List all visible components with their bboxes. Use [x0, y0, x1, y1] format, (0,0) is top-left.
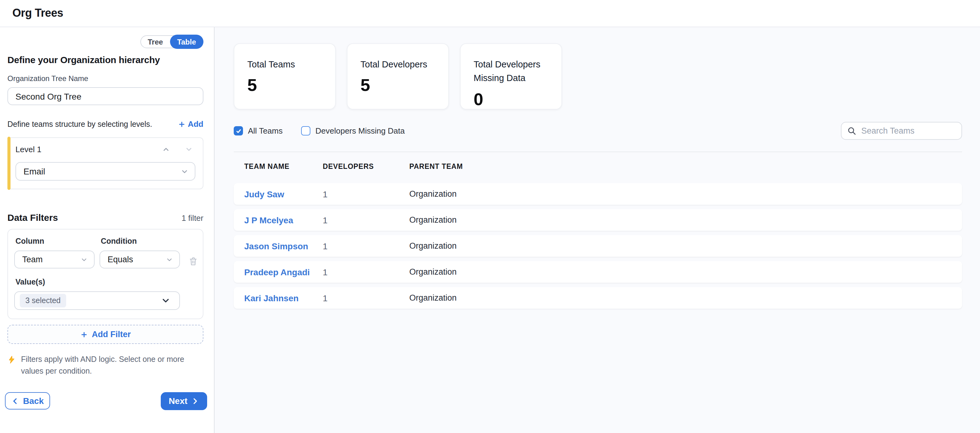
next-label: Next: [169, 396, 188, 406]
wizard-nav-row: Back Next: [5, 392, 207, 410]
stat-card-total-teams: Total Teams 5: [234, 43, 336, 110]
trash-icon: [189, 256, 198, 266]
parent-team: Organization: [409, 241, 951, 250]
developers-count: 1: [323, 293, 409, 303]
developers-count: 1: [323, 189, 409, 199]
filter-condition-value: Equals: [108, 255, 133, 264]
body-wrap: Tree Table Define your Organization hier…: [0, 27, 980, 433]
delete-filter-button[interactable]: [189, 252, 198, 270]
developers-count: 1: [323, 241, 409, 251]
filter-condition-group: Condition Equals: [100, 234, 180, 269]
stat-value: 5: [361, 76, 436, 96]
team-name-link[interactable]: Jason Simpson: [244, 241, 323, 251]
chevron-down-icon: [161, 296, 171, 306]
column-header-team-name: TEAM NAME: [244, 163, 323, 170]
filter-column-label: Column: [16, 237, 95, 245]
all-teams-checkbox-item[interactable]: All Teams: [234, 126, 283, 135]
view-toggle-row: Tree Table: [8, 35, 204, 48]
stat-value: 5: [247, 76, 323, 96]
chevron-left-icon: [11, 397, 19, 405]
checkbox-unchecked-icon[interactable]: [301, 126, 310, 135]
filter-values-select[interactable]: 3 selected: [14, 291, 180, 310]
parent-team: Organization: [409, 215, 951, 224]
filter-card: Column Team Condition Equals: [8, 229, 204, 319]
add-filter-label: Add Filter: [92, 330, 131, 339]
table-divider: [234, 151, 962, 152]
add-level-button[interactable]: Add: [178, 119, 204, 129]
developers-count: 1: [323, 267, 409, 277]
team-name-link[interactable]: J P Mcelyea: [244, 215, 323, 225]
stat-label: Total Teams: [247, 57, 323, 72]
level-column-select[interactable]: Email: [16, 162, 196, 181]
chevron-down-icon: [80, 256, 88, 263]
plus-icon: [80, 331, 88, 338]
levels-hint: Define teams structure by selecting leve…: [8, 120, 152, 128]
filters-note-text: Filters apply with AND logic. Select one…: [21, 354, 199, 378]
parent-team: Organization: [409, 293, 951, 302]
page-title: Org Trees: [13, 7, 64, 20]
filter-count-badge: 1 filter: [181, 213, 204, 223]
table-row[interactable]: Jason Simpson 1 Organization: [234, 235, 962, 257]
filter-column-value: Team: [22, 255, 43, 264]
lightning-bolt-icon: [8, 355, 16, 365]
parent-team: Organization: [409, 267, 951, 277]
filters-note: Filters apply with AND logic. Select one…: [8, 354, 204, 378]
column-header-parent-team: PARENT TEAM: [409, 163, 951, 170]
search-teams-input[interactable]: [841, 122, 962, 140]
level-column-value: Email: [24, 166, 45, 176]
filter-condition-select[interactable]: Equals: [100, 250, 180, 269]
stat-label: Total Developers: [361, 57, 436, 72]
filter-column-select[interactable]: Team: [14, 250, 95, 269]
top-header: Org Trees: [0, 0, 980, 27]
back-label: Back: [23, 396, 44, 406]
levels-hint-row: Define teams structure by selecting leve…: [8, 119, 204, 129]
search-icon: [847, 126, 856, 135]
teams-table-body: Judy Saw 1 Organization J P Mcelyea 1 Or…: [234, 183, 962, 309]
main-panel: Total Teams 5 Total Developers 5 Total D…: [215, 27, 980, 433]
app-root: Org Trees Tree Table Define your Organiz…: [0, 0, 980, 433]
toggle-option-tree[interactable]: Tree: [141, 35, 170, 48]
sidebar: Tree Table Define your Organization hier…: [0, 27, 215, 433]
level-card: Level 1 Email: [8, 137, 204, 189]
back-button[interactable]: Back: [5, 393, 50, 410]
filter-values-label: Value(s): [16, 278, 197, 287]
chevron-down-icon: [181, 167, 189, 175]
filter-row: Column Team Condition Equals: [14, 234, 197, 270]
level-card-header: Level 1: [16, 145, 196, 154]
tree-name-label: Organization Tree Name: [8, 74, 204, 83]
level-title: Level 1: [16, 145, 162, 154]
chevron-right-icon: [191, 397, 199, 405]
table-controls-row: All Teams Developers Missing Data: [234, 122, 962, 140]
filter-column-group: Column Team: [14, 234, 95, 269]
stat-card-missing-data: Total Developers Missing Data 0: [460, 43, 562, 110]
chevron-down-icon: [166, 256, 173, 263]
next-button[interactable]: Next: [161, 392, 207, 410]
search-teams: [841, 122, 962, 140]
filter-checkboxes: All Teams Developers Missing Data: [234, 126, 405, 135]
table-row[interactable]: Pradeep Angadi 1 Organization: [234, 261, 962, 283]
checkbox-checked-icon[interactable]: [234, 126, 243, 135]
tree-name-input[interactable]: [8, 87, 204, 105]
table-row[interactable]: Judy Saw 1 Organization: [234, 183, 962, 205]
stat-value: 0: [474, 90, 549, 110]
team-name-link[interactable]: Kari Jahnsen: [244, 293, 323, 303]
move-level-up-icon[interactable]: [162, 145, 170, 153]
column-header-developers: DEVELOPERS: [323, 163, 409, 170]
table-header-row: TEAM NAME DEVELOPERS PARENT TEAM: [234, 163, 962, 170]
stats-row: Total Teams 5 Total Developers 5 Total D…: [234, 43, 962, 110]
sidebar-heading: Define your Organization hierarchy: [8, 54, 204, 65]
plus-icon: [178, 120, 185, 128]
table-row[interactable]: J P Mcelyea 1 Organization: [234, 209, 962, 231]
move-level-down-icon[interactable]: [185, 145, 193, 153]
team-name-link[interactable]: Judy Saw: [244, 189, 323, 199]
toggle-option-table[interactable]: Table: [170, 35, 204, 49]
missing-data-checkbox-item[interactable]: Developers Missing Data: [301, 126, 405, 135]
missing-data-label: Developers Missing Data: [315, 126, 405, 135]
add-filter-button[interactable]: Add Filter: [8, 325, 204, 344]
developers-count: 1: [323, 215, 409, 225]
level-accent-bar: [8, 137, 11, 190]
add-level-label: Add: [188, 119, 204, 129]
table-row[interactable]: Kari Jahnsen 1 Organization: [234, 287, 962, 309]
team-name-link[interactable]: Pradeep Angadi: [244, 267, 323, 277]
view-toggle[interactable]: Tree Table: [140, 35, 204, 48]
